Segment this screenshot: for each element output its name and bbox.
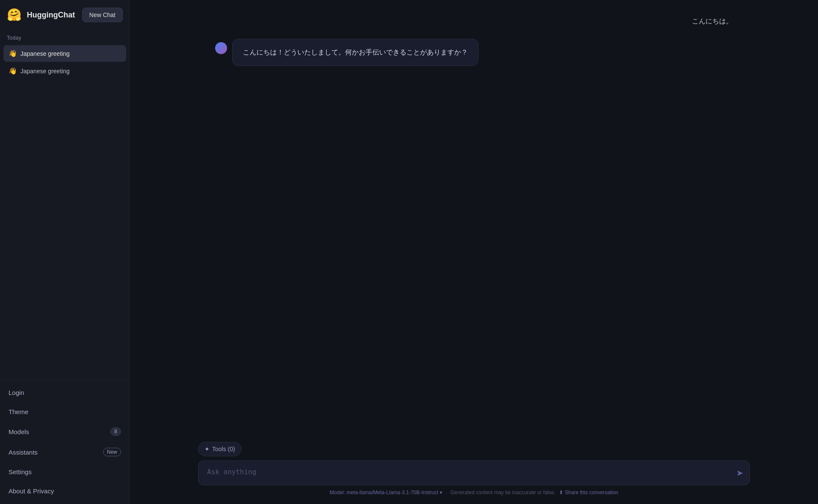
assistant-message-container: こんにちは！どういたしまして。何かお手伝いできることがありますか？ <box>215 39 733 66</box>
chat-history: 👋 Japanese greeting 👋 Japanese greeting <box>0 43 130 379</box>
chat-item-label: Japanese greeting <box>20 50 69 57</box>
chat-input[interactable] <box>207 468 728 478</box>
main-content: こんにちは。 こんにちは！どういたしまして。何かお手伝いできることがありますか？… <box>130 0 818 504</box>
sidebar: 🤗 HuggingChat New Chat Today 👋 Japanese … <box>0 0 130 504</box>
logo-emoji: 🤗 <box>7 9 22 21</box>
assistant-avatar <box>215 42 227 54</box>
sidebar-item-login-label: Login <box>9 389 24 396</box>
chevron-down-icon: ▾ <box>440 490 442 495</box>
input-box-container: ➤ <box>198 461 750 485</box>
new-chat-button[interactable]: New Chat <box>82 8 123 22</box>
sidebar-item-models-label: Models <box>9 428 29 435</box>
sidebar-item-theme[interactable]: Theme <box>0 402 130 421</box>
share-icon: ⬆ <box>559 490 563 495</box>
footer-info: Model: meta-llama/Meta-Llama-3.1-70B-Ins… <box>198 490 750 495</box>
assistants-badge: New <box>103 448 121 456</box>
share-label: Share this conversation <box>565 490 618 495</box>
model-link[interactable]: Model: meta-llama/Meta-Llama-3.1-70B-Ins… <box>330 490 442 495</box>
input-area: ✦ Tools (0) ➤ Model: meta-llama/Meta-Lla… <box>130 437 818 504</box>
chat-area: こんにちは。 こんにちは！どういたしまして。何かお手伝いできることがありますか？ <box>130 0 818 437</box>
models-badge: 8 <box>110 427 121 436</box>
tools-label: Tools (0) <box>212 446 235 452</box>
disclaimer-text: Generated content may be inaccurate or f… <box>450 490 556 495</box>
sidebar-item-settings[interactable]: Settings <box>0 462 130 481</box>
sidebar-item-models[interactable]: Models 8 <box>0 421 130 442</box>
sidebar-item-about[interactable]: About & Privacy <box>0 481 130 501</box>
sidebar-item-theme-label: Theme <box>9 408 29 415</box>
sidebar-item-assistants[interactable]: Assistants New <box>0 442 130 462</box>
sidebar-item-login[interactable]: Login <box>0 383 130 402</box>
sparkle-icon: ✦ <box>204 446 210 452</box>
share-link[interactable]: ⬆ Share this conversation <box>559 490 618 495</box>
send-button[interactable]: ➤ <box>736 468 743 478</box>
send-icon: ➤ <box>736 468 743 478</box>
today-section-label: Today <box>0 30 130 43</box>
chat-item[interactable]: 👋 Japanese greeting <box>3 63 126 79</box>
sidebar-item-settings-label: Settings <box>9 468 32 475</box>
user-message-container: こんにちは。 <box>215 17 733 26</box>
user-message: こんにちは。 <box>692 17 733 26</box>
model-label: Model: meta-llama/Meta-Llama-3.1-70B-Ins… <box>330 490 438 495</box>
sidebar-footer: Login Theme Models 8 Assistants New Sett… <box>0 379 130 504</box>
chat-item-emoji: 👋 <box>9 67 17 75</box>
chat-item[interactable]: 👋 Japanese greeting <box>3 45 126 62</box>
sidebar-item-assistants-label: Assistants <box>9 449 37 456</box>
chat-item-emoji: 👋 <box>9 49 17 58</box>
sidebar-header: 🤗 HuggingChat New Chat <box>0 0 130 30</box>
divider: · <box>446 490 447 495</box>
app-name: HuggingChat <box>27 11 75 20</box>
tools-button[interactable]: ✦ Tools (0) <box>198 442 242 456</box>
tools-row: ✦ Tools (0) <box>198 442 750 456</box>
assistant-bubble: こんにちは！どういたしまして。何かお手伝いできることがありますか？ <box>232 39 478 66</box>
sidebar-item-about-label: About & Privacy <box>9 487 54 495</box>
chat-item-label: Japanese greeting <box>20 68 69 75</box>
